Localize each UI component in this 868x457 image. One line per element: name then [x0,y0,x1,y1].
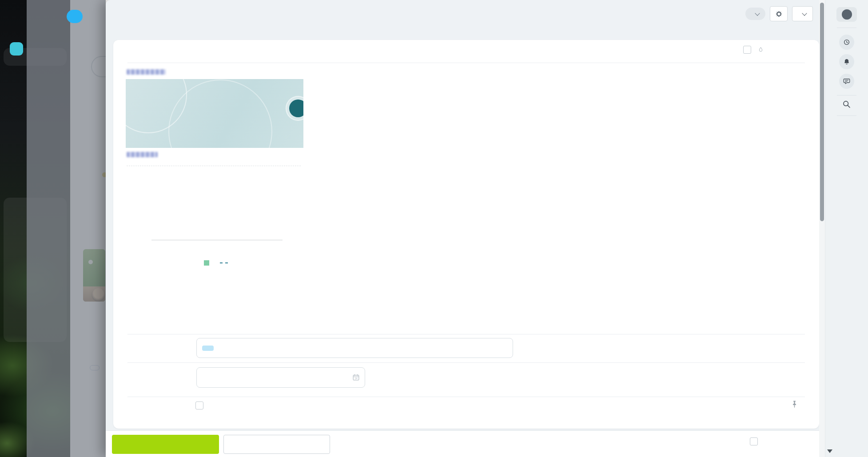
svg-text:24: 24 [355,377,358,380]
assignee-chip[interactable] [202,346,214,351]
gear-icon [775,10,783,18]
help-icon [842,9,852,20]
bar-swatch-icon [204,260,209,266]
redacted-text [127,69,166,75]
calendar-icon[interactable]: 24 [352,373,360,381]
search-icon [842,99,851,109]
bell-icon [843,58,851,66]
attachment-link[interactable] [126,152,159,159]
chevron-down-icon [802,11,807,16]
select-flow-button[interactable] [745,8,765,20]
task-slider-tag[interactable] [67,10,83,23]
task-form-card: 24 [113,40,819,429]
task-templates-button[interactable] [792,6,813,21]
redacted-text [127,152,158,157]
attachment-link[interactable] [126,69,167,76]
scroll-down-arrow-icon[interactable] [827,449,832,453]
app-logo[interactable] [2,12,4,23]
modal-scrollbar[interactable] [819,0,825,457]
pin-icon[interactable] [790,400,799,409]
decorative-circle [289,99,303,117]
modal-dim-overlay[interactable] [27,0,106,457]
divider [837,115,856,116]
important-task-checkbox[interactable] [743,46,751,54]
chart-legend [151,260,283,266]
history-button[interactable] [839,35,854,50]
result-checkbox[interactable] [195,401,203,409]
churn-chart-image[interactable] [126,159,303,299]
chart-dashed-line [151,173,283,240]
submit-and-create-button[interactable] [223,435,330,454]
dash-swatch-icon [220,262,228,263]
deadline-input[interactable] [202,371,346,385]
divider [127,334,805,334]
notifications-button[interactable] [839,54,854,69]
annual-report-image[interactable] [126,79,303,148]
messenger-button[interactable] [839,74,854,89]
search-button[interactable] [842,99,851,111]
flame-icon [757,46,764,54]
modal-header [106,0,825,27]
new-task-modal: 24 [106,0,825,457]
header-controls [745,6,813,21]
divider [127,166,301,166]
task-title-input[interactable] [127,44,529,58]
save-template-row [750,437,760,445]
chevron-down-icon [755,11,760,16]
scrollbar-thumb[interactable] [820,3,824,221]
divider [837,28,856,28]
chart-plot-area [151,173,283,240]
result-checkbox-row [195,401,208,409]
divider [127,362,805,363]
divider [127,63,805,63]
important-task-row [743,46,764,54]
right-rail [825,0,868,457]
modal-footer [106,430,825,457]
screen: 24 [0,0,868,457]
legend-item-line [220,260,231,266]
save-template-checkbox[interactable] [750,437,758,445]
deadline-date-field[interactable]: 24 [196,367,365,388]
assignee-input[interactable] [196,338,513,358]
submit-task-button[interactable] [112,435,219,454]
legend-item-bars [204,260,212,266]
mini-slider-close-button[interactable] [10,42,23,56]
settings-button[interactable] [770,6,788,21]
chat-icon [843,77,851,85]
divider [837,95,856,95]
divider [127,397,805,397]
help-button[interactable] [836,7,857,22]
history-icon [843,38,851,46]
chart-title [127,159,278,164]
